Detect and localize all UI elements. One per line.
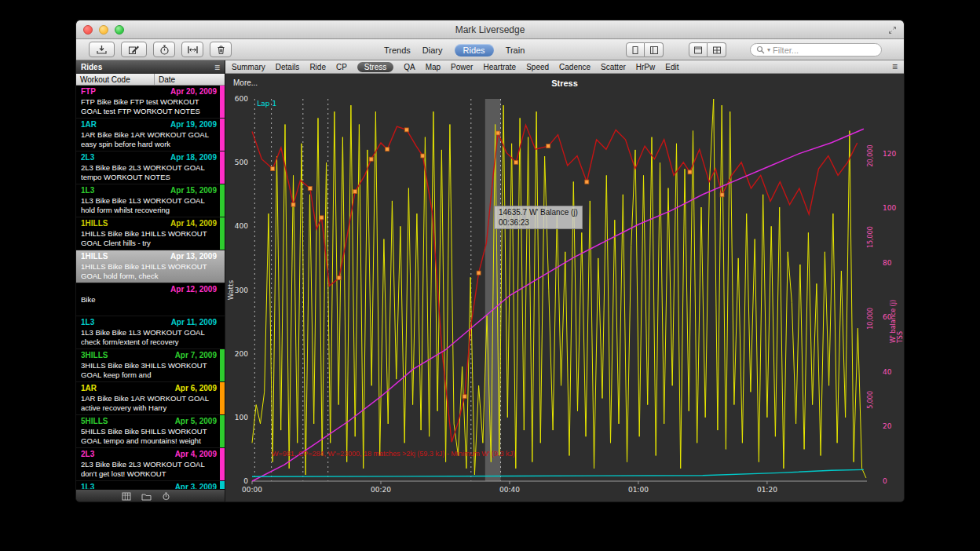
main-tab-trends[interactable]: Trends [384, 46, 411, 55]
match-marker [369, 157, 373, 161]
ride-row[interactable]: 1L3Apr 3, 2009 [76, 481, 225, 489]
chart-tab-edit[interactable]: Edit [665, 63, 678, 71]
main-tab-rides[interactable]: Rides [455, 44, 494, 57]
ride-description: 1HILLS Bike Bike 1HILLS WORKOUT GOAL hol… [81, 262, 217, 281]
time-tick-label: 01:00 [628, 486, 649, 494]
grid-icon[interactable] [122, 492, 131, 501]
ride-code: 1L3 [81, 186, 94, 195]
ride-color-bar [220, 86, 225, 118]
wbal-tick-label: 15,000 [867, 226, 874, 248]
ride-row[interactable]: 5HILLSApr 5, 20095HILLS Bike Bike 5HILLS… [76, 415, 225, 448]
sidebar-toolbar [76, 489, 225, 502]
ride-color-bar [220, 448, 225, 480]
power-series [252, 99, 866, 478]
chart-area: More... Stress 0100200300400500600Watts0… [225, 74, 904, 502]
traffic-lights [83, 25, 124, 35]
chart-tab-scatter[interactable]: Scatter [601, 63, 626, 71]
minimize-window-button[interactable] [99, 25, 108, 35]
chart-title: Stress [225, 78, 904, 88]
chart-menu-icon[interactable]: ≡ [892, 62, 898, 71]
filter-input[interactable]: ▾ Filter... [750, 43, 882, 57]
stopwatch-button[interactable] [153, 42, 175, 57]
zoom-window-button[interactable] [115, 25, 124, 35]
ride-code: 1L3 [81, 318, 94, 327]
download-activity-button[interactable] [89, 42, 115, 57]
ride-row[interactable]: 1HILLSApr 13, 20091HILLS Bike Bike 1HILL… [76, 250, 225, 283]
sidebar-pane-toggle[interactable] [626, 42, 645, 57]
manual-activity-button[interactable] [121, 42, 147, 57]
single-view-icon [693, 46, 703, 55]
ride-row[interactable]: 3HILLSApr 7, 20093HILLS Bike Bike 3HILLS… [76, 349, 225, 382]
match-marker [386, 148, 389, 151]
time-tick-label: 00:40 [499, 486, 520, 494]
ride-row[interactable]: 1HILLSApr 14, 20091HILLS Bike Bike 1HILL… [76, 217, 225, 250]
chart-tab-power[interactable]: Power [451, 63, 473, 71]
tss-tick-label: 20 [883, 422, 892, 430]
ride-date: Apr 19, 2009 [170, 120, 217, 130]
chart-tab-cadence[interactable]: Cadence [559, 63, 591, 71]
toolbar: TrendsDiaryRidesTrain [76, 39, 904, 60]
chart-tab-map[interactable]: Map [426, 63, 441, 71]
ride-code: 2L3 [81, 450, 94, 459]
ride-row[interactable]: 1L3Apr 15, 20091L3 Bike Bike 1L3 WORKOUT… [76, 184, 225, 217]
delete-activity-button[interactable] [210, 42, 232, 57]
stopwatch-small-icon[interactable] [162, 492, 170, 501]
chart-tab-qa[interactable]: QA [404, 63, 415, 71]
chart-tab-summary[interactable]: Summary [232, 63, 265, 71]
ride-row[interactable]: FTPApr 20, 2009FTP Bike Bike FTP test WO… [76, 86, 225, 119]
column-workout-code[interactable]: Workout Code [76, 74, 155, 85]
match-marker [421, 154, 425, 158]
watts-tick-label: 600 [235, 95, 248, 103]
folder-icon[interactable] [141, 493, 152, 501]
chart-tab-speed[interactable]: Speed [526, 63, 549, 71]
sidebar-toggle-group [626, 42, 664, 57]
chart-tab-stress[interactable]: Stress [357, 62, 393, 72]
more-link[interactable]: More... [233, 78, 258, 87]
main-tab-train[interactable]: Train [506, 46, 525, 55]
chart-tab-heartrate[interactable]: Heartrate [483, 63, 516, 71]
view-toggle-group [689, 42, 726, 57]
ride-date: Apr 4, 2009 [175, 450, 217, 459]
ride-description: 1HILLS Bike Bike 1HILLS WORKOUT GOAL Cle… [81, 229, 217, 248]
match-marker [477, 271, 481, 275]
ride-row[interactable]: 1L3Apr 11, 20091L3 Bike Bike 1L3 WORKOUT… [76, 316, 225, 349]
ride-color-bar [220, 119, 225, 151]
ride-row[interactable]: 2L3Apr 18, 20092L3 Bike Bike 2L3 WORKOUT… [76, 151, 225, 184]
tss-tick-label: 40 [883, 368, 892, 376]
ride-color-bar [220, 349, 225, 381]
ride-row[interactable]: Apr 12, 2009Bike [76, 283, 225, 316]
fullscreen-icon[interactable] [888, 26, 897, 35]
single-view-toggle[interactable] [689, 42, 708, 57]
tiled-view-toggle[interactable] [708, 42, 726, 57]
titlebar[interactable]: Mark Liversedge [76, 20, 904, 39]
ride-row[interactable]: 1ARApr 6, 20091AR Bike Bike 1AR WORKOUT … [76, 382, 225, 415]
split-pane-toggle[interactable] [645, 42, 664, 57]
ride-date: Apr 20, 2009 [170, 87, 217, 97]
ride-list-column-header[interactable]: Workout Code Date [76, 74, 225, 86]
time-tick-label: 00:20 [371, 486, 391, 494]
stress-chart-svg[interactable]: 0100200300400500600Watts00:0000:2000:400… [225, 74, 904, 502]
wbal-tick-label: 10,000 [867, 308, 874, 330]
filter-dropdown-caret[interactable]: ▾ [767, 47, 770, 53]
ride-row[interactable]: 2L3Apr 4, 20092L3 Bike Bike 2L3 WORKOUT … [76, 448, 225, 481]
app-window: Mark Liversedge [75, 20, 905, 502]
intervals-button[interactable] [181, 42, 203, 57]
watts-tick-label: 0 [243, 477, 248, 485]
filter-placeholder: Filter... [773, 46, 799, 55]
match-marker [514, 160, 518, 164]
tss-tick-label: 100 [883, 204, 896, 212]
chart-tabs: SummaryDetailsRideCPStressQAMapPowerHear… [225, 60, 904, 74]
rides-menu-icon[interactable]: ≡ [214, 63, 220, 72]
time-tick-label: 00:00 [242, 486, 262, 494]
ride-row[interactable]: 1ARApr 19, 20091AR Bike Bike 1AR WORKOUT… [76, 119, 225, 151]
close-window-button[interactable] [83, 25, 93, 35]
chart-tab-hrpw[interactable]: HrPw [636, 63, 655, 71]
chart-tab-cp[interactable]: CP [336, 63, 347, 71]
match-marker [688, 170, 692, 174]
watts-tick-label: 300 [235, 286, 248, 294]
main-tab-diary[interactable]: Diary [422, 46, 443, 55]
chart-tab-details[interactable]: Details [276, 63, 300, 71]
wbal-axis-title: W' balance (j) [890, 300, 897, 343]
chart-tab-ride[interactable]: Ride [309, 63, 326, 71]
column-date[interactable]: Date [155, 75, 225, 84]
